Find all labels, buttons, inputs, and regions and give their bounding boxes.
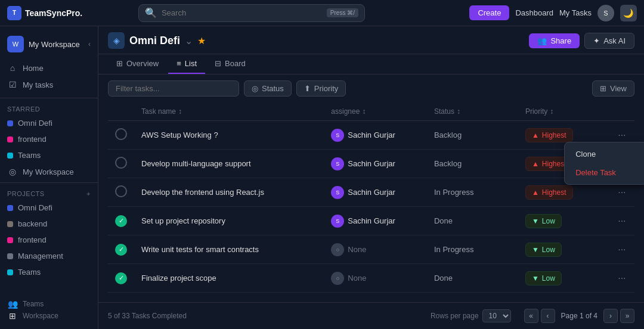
sidebar-item-management[interactable]: Management [0, 248, 98, 264]
workspace-icon: W [7, 36, 24, 52]
sidebar-item-backend[interactable]: backend [0, 216, 98, 232]
task-action-button[interactable]: ··· [618, 216, 626, 226]
clone-item[interactable]: Clone [567, 145, 644, 163]
th-taskname[interactable]: Task name ↕ [134, 103, 324, 121]
add-project-icon[interactable]: + [86, 190, 91, 197]
table-header-row: Task name ↕ assignee ↕ S [108, 103, 634, 121]
last-page-button[interactable]: » [620, 309, 634, 323]
workspace-footer-label: Workspace [23, 312, 58, 320]
task-check-cell[interactable]: ✓ [108, 235, 134, 264]
taskname-sort[interactable]: Task name ↕ [141, 107, 317, 116]
task-check[interactable]: ✓ [115, 272, 127, 284]
sidebar-item-teams-project[interactable]: Teams [0, 264, 98, 280]
th-assignee[interactable]: assignee ↕ [324, 103, 427, 121]
avatar[interactable]: S [597, 5, 614, 21]
title-chevron-icon[interactable]: ⌄ [185, 35, 193, 46]
priority-sort[interactable]: Priority ↕ [525, 107, 603, 116]
backend-dot [7, 221, 13, 227]
task-name: Set up project repository [141, 216, 225, 225]
dashboard-button[interactable]: Dashboard [515, 8, 553, 17]
omni-project-dot [7, 205, 13, 211]
backend-label: backend [18, 219, 47, 228]
task-priority-badge[interactable]: ▲ Highest [525, 128, 573, 142]
view-icon: ⊞ [600, 84, 606, 93]
task-action-button[interactable]: ··· [618, 244, 626, 255]
priority-label: Low [542, 217, 555, 225]
task-name-cell: Write unit tests for smart contracts [134, 235, 324, 264]
first-page-button[interactable]: « [524, 309, 538, 323]
task-check[interactable] [115, 128, 127, 140]
task-check[interactable]: ✓ [115, 215, 127, 227]
logo-text: TeamSyncPro. [25, 8, 82, 18]
sidebar-item-teams-starred[interactable]: Teams [0, 147, 98, 163]
th-priority[interactable]: Priority ↕ [518, 103, 611, 121]
filter-input[interactable] [108, 80, 239, 97]
th-status[interactable]: Status ↕ [427, 103, 518, 121]
assignee-name: Sachin Gurjar [348, 159, 395, 168]
tab-list[interactable]: ≡ List [168, 54, 205, 74]
task-action-button[interactable]: ··· [618, 187, 626, 198]
mytasks-button[interactable]: My Tasks [559, 8, 592, 17]
sidebar-workspace[interactable]: W My Workspace ‹ [0, 31, 98, 57]
share-button[interactable]: 👥 Share [529, 33, 580, 48]
sidebar-item-frontend-project[interactable]: frontend [0, 232, 98, 248]
priority-filter-button[interactable]: ⬆ Priority [296, 80, 346, 97]
tab-board[interactable]: ⊟ Board [206, 54, 254, 74]
task-check[interactable] [115, 157, 127, 169]
management-dot [7, 253, 13, 259]
task-priority-badge[interactable]: ▲ Highest [525, 185, 573, 200]
task-status: Done [434, 216, 453, 225]
task-status-cell: Done [427, 264, 518, 293]
sidebar-footer: 👥 Teams ⊞ Workspace [0, 291, 98, 324]
askai-button[interactable]: ✦ Ask AI [584, 33, 634, 49]
task-check-cell[interactable]: ✓ [108, 264, 134, 293]
priority-label: Highest [542, 160, 566, 168]
status-filter-icon: ◎ [252, 84, 258, 93]
task-name: AWS Setup Working ? [141, 131, 218, 139]
teams-footer-icon: 👥 [7, 299, 18, 309]
tab-overview[interactable]: ⊞ Overview [108, 54, 167, 74]
task-assignee-cell: ○None [324, 235, 427, 264]
toolbar-right: ⊞ View [592, 80, 634, 97]
share-icon: 👥 [537, 36, 547, 45]
view-button[interactable]: ⊞ View [592, 80, 634, 97]
rows-select[interactable]: 10 25 50 [482, 309, 511, 322]
task-check[interactable]: ✓ [115, 244, 127, 256]
task-check-cell[interactable]: ✓ [108, 207, 134, 235]
view-tabs: ⊞ Overview ≡ List ⊟ Board [98, 54, 644, 75]
status-sort[interactable]: Status ↕ [434, 107, 511, 116]
task-check-cell[interactable] [108, 121, 134, 150]
sidebar-item-home[interactable]: ⌂ Home [0, 60, 98, 76]
sidebar-item-myworkspace[interactable]: ◎ My Workspace [0, 163, 98, 180]
task-check-cell[interactable] [108, 150, 134, 178]
table-row: ✓ Write unit tests for smart contracts ○… [108, 235, 634, 264]
sidebar-item-frontend-starred[interactable]: frontend [0, 131, 98, 147]
sidebar-item-mytasks[interactable]: ☑ My tasks [0, 76, 98, 93]
create-button[interactable]: Create [469, 5, 509, 20]
priority-label: Low [542, 274, 555, 283]
delete-task-item[interactable]: Delete Task [567, 163, 644, 182]
prev-page-button[interactable]: ‹ [541, 309, 555, 323]
sidebar-item-omni-starred[interactable]: Omni Defi [0, 115, 98, 131]
task-check-cell[interactable] [108, 178, 134, 207]
task-check[interactable] [115, 185, 127, 197]
assignee-sort[interactable]: assignee ↕ [331, 107, 420, 116]
next-page-button[interactable]: › [603, 309, 618, 323]
status-filter-button[interactable]: ◎ Status [244, 80, 292, 97]
task-name: Develop multi-language support [141, 159, 251, 168]
search-input[interactable] [162, 8, 322, 17]
priority-filter-icon: ⬆ [304, 84, 311, 93]
task-action-button[interactable]: ··· [618, 130, 626, 141]
task-priority-cell: ▼ Low [518, 235, 611, 264]
star-icon[interactable]: ★ [197, 35, 206, 46]
task-action-button[interactable]: ··· [618, 273, 626, 284]
search-bar[interactable]: 🔍 Press ⌘/ [138, 4, 365, 22]
task-priority-badge[interactable]: ▼ Low [525, 243, 562, 257]
theme-toggle[interactable]: 🌙 [620, 5, 637, 21]
task-priority-badge[interactable]: ▼ Low [525, 214, 562, 228]
sidebar-item-omni-project[interactable]: Omni Defi [0, 200, 98, 216]
task-priority-badge[interactable]: ▼ Low [525, 271, 562, 285]
workspace-collapse-icon[interactable]: ‹ [88, 40, 91, 48]
toolbar: ◎ Status ⬆ Priority ⊞ View [98, 75, 644, 103]
task-name: Develop the frontend using React.js [141, 188, 264, 197]
